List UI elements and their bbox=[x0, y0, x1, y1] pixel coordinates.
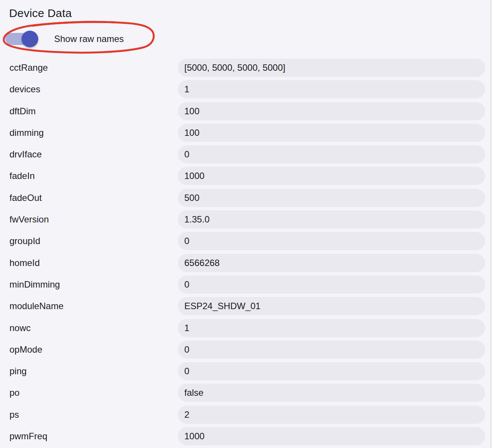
row-key: groupId bbox=[0, 236, 178, 246]
panel-right-edge bbox=[490, 0, 491, 448]
row-key: dftDim bbox=[0, 106, 178, 117]
row-key: fwVersion bbox=[0, 214, 178, 225]
row-value: 6566268 bbox=[178, 254, 485, 272]
table-row: fadeIn 1000 bbox=[0, 167, 492, 185]
row-value: 1000 bbox=[178, 427, 485, 445]
table-row: dimming 100 bbox=[0, 124, 492, 142]
row-value: ESP24_SHDW_01 bbox=[178, 297, 485, 315]
row-key: ps bbox=[0, 409, 178, 420]
row-value: false bbox=[178, 384, 485, 402]
row-key: devices bbox=[0, 84, 178, 95]
table-row: opMode 0 bbox=[0, 341, 492, 359]
row-key: dimming bbox=[0, 128, 178, 138]
page-title: Device Data bbox=[9, 7, 72, 20]
row-key: drvIface bbox=[0, 149, 178, 160]
table-row: groupId 0 bbox=[0, 232, 492, 250]
table-row: homeId 6566268 bbox=[0, 254, 492, 272]
row-value: 0 bbox=[178, 145, 485, 163]
table-row: moduleName ESP24_SHDW_01 bbox=[0, 297, 492, 315]
row-value: 2 bbox=[178, 406, 485, 424]
row-value: 0 bbox=[178, 362, 485, 380]
row-value: 1000 bbox=[178, 167, 485, 185]
table-row: devices 1 bbox=[0, 80, 492, 98]
row-value: 1 bbox=[178, 319, 485, 337]
toggle-label: Show raw names bbox=[54, 33, 124, 45]
table-row: po false bbox=[0, 384, 492, 402]
row-key: nowc bbox=[0, 323, 178, 333]
row-value: 1.35.0 bbox=[178, 210, 485, 229]
row-value: 0 bbox=[178, 232, 485, 250]
table-row: ping 0 bbox=[0, 362, 492, 380]
device-data-list: cctRange [5000, 5000, 5000, 5000] device… bbox=[0, 59, 492, 448]
row-value: [5000, 5000, 5000, 5000] bbox=[178, 59, 485, 77]
show-raw-names-toggle[interactable] bbox=[5, 33, 37, 45]
table-row: minDimming 0 bbox=[0, 275, 492, 294]
table-row: nowc 1 bbox=[0, 319, 492, 337]
row-key: homeId bbox=[0, 258, 178, 268]
row-key: pwmFreq bbox=[0, 431, 178, 442]
table-row: pwmFreq 1000 bbox=[0, 427, 492, 445]
table-row: fwVersion 1.35.0 bbox=[0, 210, 492, 229]
row-key: opMode bbox=[0, 344, 178, 355]
annotation-overlap-stroke bbox=[33, 22, 114, 26]
row-value: 100 bbox=[178, 102, 485, 120]
table-row: dftDim 100 bbox=[0, 102, 492, 120]
table-row: ps 2 bbox=[0, 406, 492, 424]
row-value: 500 bbox=[178, 189, 485, 207]
row-value: 0 bbox=[178, 275, 485, 294]
row-key: minDimming bbox=[0, 279, 178, 290]
table-row: fadeOut 500 bbox=[0, 189, 492, 207]
table-row: cctRange [5000, 5000, 5000, 5000] bbox=[0, 59, 492, 77]
row-value: 1 bbox=[178, 80, 485, 98]
row-key: cctRange bbox=[0, 62, 178, 73]
row-value: 100 bbox=[178, 124, 485, 142]
row-key: ping bbox=[0, 366, 178, 376]
table-row: drvIface 0 bbox=[0, 145, 492, 163]
row-value: 0 bbox=[178, 341, 485, 359]
toggle-thumb bbox=[22, 31, 38, 47]
row-key: moduleName bbox=[0, 301, 178, 311]
row-key: fadeIn bbox=[0, 171, 178, 181]
row-key: po bbox=[0, 387, 178, 398]
row-key: fadeOut bbox=[0, 193, 178, 203]
